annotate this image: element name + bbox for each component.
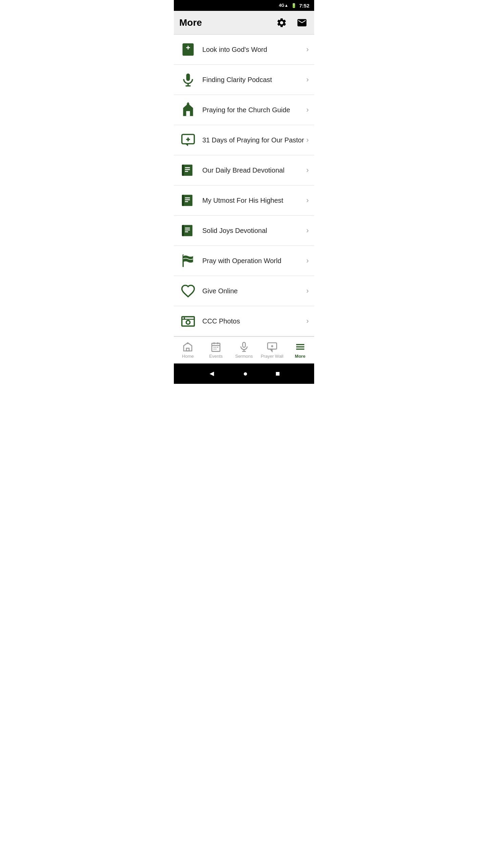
gear-icon xyxy=(276,17,287,28)
bottom-navigation: Home Events Sermons xyxy=(174,336,314,363)
menu-item-give-online[interactable]: Give Online › xyxy=(174,276,314,306)
menu-item-church-guide[interactable]: Praying for the Church Guide › xyxy=(174,95,314,125)
svg-rect-34 xyxy=(184,318,185,319)
chevron-daily-bread: › xyxy=(306,166,309,175)
prayer-chat-icon xyxy=(181,133,196,147)
page-title: More xyxy=(179,17,202,28)
svg-rect-3 xyxy=(186,74,190,81)
settings-button[interactable] xyxy=(275,16,288,29)
events-nav-icon xyxy=(210,341,221,352)
home-nav-icon xyxy=(182,341,193,352)
menu-item-ccc-photos[interactable]: CCC Photos › xyxy=(174,306,314,336)
system-navigation-bar: ◄ ● ■ xyxy=(174,363,314,384)
home-button[interactable]: ● xyxy=(243,369,248,378)
nav-item-prayer-wall[interactable]: Prayer Wall xyxy=(258,337,286,363)
svg-point-33 xyxy=(186,320,190,324)
status-time: 7:52 xyxy=(299,3,309,8)
flag-icon xyxy=(181,253,196,268)
menu-item-podcast[interactable]: Finding Clarity Podcast › xyxy=(174,65,314,95)
menu-label-solid-joys: Solid Joys Devotional xyxy=(202,227,306,235)
svg-rect-35 xyxy=(186,348,189,351)
sermons-nav-icon xyxy=(239,341,249,352)
menu-label-church-guide: Praying for the Church Guide xyxy=(202,106,306,114)
book-solid-joys-icon xyxy=(181,223,196,238)
network-indicator: 4G▲ xyxy=(279,3,288,8)
svg-rect-23 xyxy=(182,195,184,206)
church-icon xyxy=(181,102,196,117)
nav-item-home[interactable]: Home xyxy=(174,337,202,363)
menu-item-daily-bread[interactable]: Our Daily Bread Devotional › xyxy=(174,155,314,185)
menu-item-gods-word[interactable]: Look into God's Word › xyxy=(174,35,314,65)
camera-icon xyxy=(181,314,196,329)
svg-rect-28 xyxy=(182,225,184,236)
svg-rect-9 xyxy=(186,111,190,116)
chevron-church-guide: › xyxy=(306,105,309,114)
menu-label-pastor: 31 Days of Praying for Our Pastor xyxy=(202,136,306,144)
chevron-ccc-photos: › xyxy=(306,317,309,326)
svg-rect-24 xyxy=(183,225,192,236)
nav-label-more: More xyxy=(295,354,305,359)
menu-item-utmost[interactable]: My Utmost For His Highest › xyxy=(174,185,314,216)
more-nav-icon xyxy=(295,341,306,352)
svg-marker-50 xyxy=(270,349,272,352)
svg-rect-14 xyxy=(183,165,192,176)
menu-label-operation-world: Pray with Operation World xyxy=(202,257,306,265)
nav-label-home: Home xyxy=(182,354,194,359)
menu-label-give-online: Give Online xyxy=(202,287,306,295)
bible-icon xyxy=(181,42,196,57)
prayer-wall-nav-icon xyxy=(267,341,278,352)
back-button[interactable]: ◄ xyxy=(208,369,216,378)
nav-label-events: Events xyxy=(209,354,223,359)
menu-item-operation-world[interactable]: Pray with Operation World › xyxy=(174,246,314,276)
nav-label-prayer-wall: Prayer Wall xyxy=(261,354,283,359)
battery-icon: 🔋 xyxy=(291,3,297,8)
menu-label-gods-word: Look into God's Word xyxy=(202,46,306,54)
menu-item-solid-joys[interactable]: Solid Joys Devotional › xyxy=(174,216,314,246)
book-utmost-icon xyxy=(181,193,196,208)
nav-label-sermons: Sermons xyxy=(235,354,253,359)
chevron-give-online: › xyxy=(306,287,309,295)
header: More xyxy=(174,11,314,35)
book-daily-bread-icon xyxy=(181,163,196,178)
menu-item-pastor[interactable]: 31 Days of Praying for Our Pastor › xyxy=(174,125,314,155)
chevron-gods-word: › xyxy=(306,45,309,54)
chevron-solid-joys: › xyxy=(306,226,309,235)
menu-label-daily-bread: Our Daily Bread Devotional xyxy=(202,166,306,174)
chevron-operation-world: › xyxy=(306,256,309,265)
svg-rect-19 xyxy=(183,195,192,206)
svg-rect-18 xyxy=(182,165,184,176)
nav-item-events[interactable]: Events xyxy=(202,337,230,363)
microphone-icon xyxy=(181,72,196,87)
status-bar: 4G▲ 🔋 7:52 xyxy=(174,0,314,11)
message-button[interactable] xyxy=(295,16,309,29)
menu-label-utmost: My Utmost For His Highest xyxy=(202,197,306,204)
heart-icon xyxy=(181,283,196,298)
recents-button[interactable]: ■ xyxy=(276,369,280,378)
menu-label-ccc-photos: CCC Photos xyxy=(202,317,306,325)
nav-item-more[interactable]: More xyxy=(286,337,314,363)
chevron-utmost: › xyxy=(306,196,309,205)
nav-item-sermons[interactable]: Sermons xyxy=(230,337,258,363)
chevron-pastor: › xyxy=(306,136,309,144)
chevron-podcast: › xyxy=(306,75,309,84)
menu-list: Look into God's Word › Finding Clarity P… xyxy=(174,35,314,336)
svg-rect-46 xyxy=(243,342,245,348)
envelope-icon xyxy=(297,17,307,28)
menu-label-podcast: Finding Clarity Podcast xyxy=(202,76,306,84)
header-actions xyxy=(275,16,309,29)
